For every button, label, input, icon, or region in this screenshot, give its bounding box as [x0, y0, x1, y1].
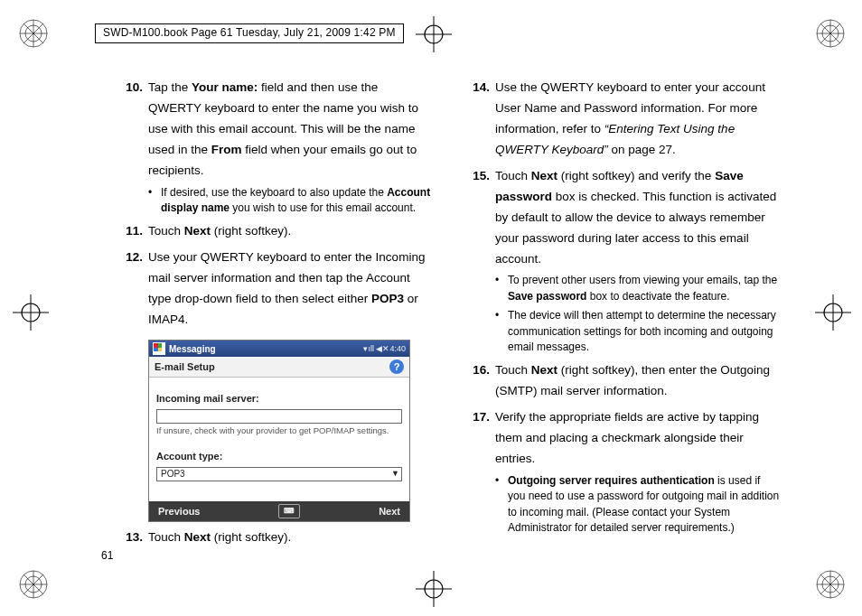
- corner-mark-tr: [815, 18, 846, 49]
- incoming-server-label: Incoming mail server:: [156, 390, 402, 407]
- phone-app-title: Messaging: [165, 341, 363, 357]
- account-type-value: POP3: [161, 466, 185, 481]
- phone-screen-title: E-mail Setup: [155, 359, 215, 376]
- step-number: 13.: [117, 527, 143, 548]
- crop-mark-left: [13, 294, 49, 331]
- crop-mark-bottom-center: [416, 571, 452, 607]
- bullet: Outgoing server requires authentication …: [495, 473, 781, 537]
- bold: POP3: [371, 292, 404, 305]
- text: (right softkey).: [211, 530, 291, 544]
- clock: 4:40: [389, 342, 406, 356]
- step-10: 10. Tap the Your name: field and then us…: [117, 78, 434, 216]
- corner-mark-tl: [18, 18, 49, 49]
- text: (right softkey).: [211, 224, 291, 238]
- text: If desired, use the keyboard to also upd…: [161, 186, 387, 199]
- step-11: 11. Touch Next (right softkey).: [117, 221, 434, 242]
- text: The device will then attempt to determin…: [508, 309, 776, 353]
- bold: Next: [184, 224, 211, 238]
- step-number: 10.: [117, 78, 143, 98]
- corner-mark-bl: [18, 569, 49, 600]
- windows-icon: [153, 342, 165, 355]
- corner-mark-br: [815, 569, 846, 600]
- softkey-next[interactable]: Next: [379, 503, 400, 520]
- incoming-server-hint: If unsure, check with your provider to g…: [156, 425, 402, 435]
- help-icon[interactable]: ?: [389, 359, 404, 374]
- incoming-server-input[interactable]: [156, 409, 402, 424]
- content-columns: 10. Tap the Your name: field and then us…: [117, 78, 781, 554]
- crop-mark-right: [815, 294, 851, 331]
- text: Touch: [148, 530, 184, 544]
- bold: From: [211, 143, 242, 156]
- text: Touch: [495, 169, 531, 182]
- text: Verify the appropriate fields are active…: [495, 410, 759, 465]
- text: (right softkey) and verify the: [557, 169, 715, 182]
- bullet: If desired, use the keyboard to also upd…: [148, 185, 434, 217]
- step-number: 14.: [464, 78, 490, 98]
- text: Tap the: [148, 80, 192, 94]
- page-number: 61: [101, 549, 113, 562]
- bold: Next: [531, 363, 557, 377]
- text: To prevent other users from viewing your…: [508, 274, 777, 286]
- phone-status-bar: Messaging ▾ıll ◀✕ 4:40: [149, 341, 409, 357]
- step-number: 12.: [117, 247, 143, 268]
- column-left: 10. Tap the Your name: field and then us…: [117, 78, 434, 554]
- bold: Your name:: [192, 80, 258, 94]
- text: you wish to use for this email account.: [230, 201, 416, 214]
- bold: Save password: [508, 290, 586, 303]
- text: on page 27.: [608, 143, 676, 156]
- step-number: 16.: [464, 360, 490, 381]
- page-header: SWD-M100.book Page 61 Tuesday, July 21, …: [95, 23, 404, 43]
- signal-icon: ▾ıll ◀✕: [363, 342, 389, 356]
- bullet: The device will then attempt to determin…: [495, 308, 781, 355]
- step-number: 11.: [117, 221, 143, 242]
- account-type-label: Account type:: [156, 448, 402, 465]
- step-17: 17. Verify the appropriate fields are ac…: [464, 407, 781, 536]
- step-13: 13. Touch Next (right softkey).: [117, 527, 434, 548]
- bold: Next: [184, 530, 211, 544]
- phone-screenshot: Messaging ▾ıll ◀✕ 4:40 E-mail Setup ? In…: [148, 340, 410, 522]
- step-number: 17.: [464, 407, 490, 428]
- phone-screen-title-bar: E-mail Setup ?: [149, 357, 409, 378]
- column-right: 14. Use the QWERTY keyboard to enter you…: [464, 78, 781, 554]
- bold: Next: [531, 169, 557, 182]
- step-15: 15. Touch Next (right softkey) and verif…: [464, 166, 781, 356]
- text: Touch: [148, 224, 184, 238]
- bold: Outgoing server requires authentication: [508, 474, 715, 487]
- step-16: 16. Touch Next (right softkey), then ent…: [464, 360, 781, 402]
- step-number: 15.: [464, 166, 490, 187]
- bullet: To prevent other users from viewing your…: [495, 273, 781, 304]
- text: box to deactivate the feature.: [586, 290, 729, 303]
- keyboard-icon[interactable]: ⌨: [278, 504, 300, 518]
- chevron-down-icon: ▼: [391, 467, 399, 481]
- text: Touch: [495, 363, 531, 377]
- step-14: 14. Use the QWERTY keyboard to enter you…: [464, 78, 781, 161]
- crop-mark-top-center: [416, 16, 452, 52]
- phone-softkey-bar: Previous ⌨ Next: [149, 501, 409, 521]
- step-12: 12. Use your QWERTY keyboard to enter th…: [117, 247, 434, 522]
- softkey-previous[interactable]: Previous: [158, 503, 200, 520]
- account-type-select[interactable]: POP3 ▼: [156, 467, 402, 481]
